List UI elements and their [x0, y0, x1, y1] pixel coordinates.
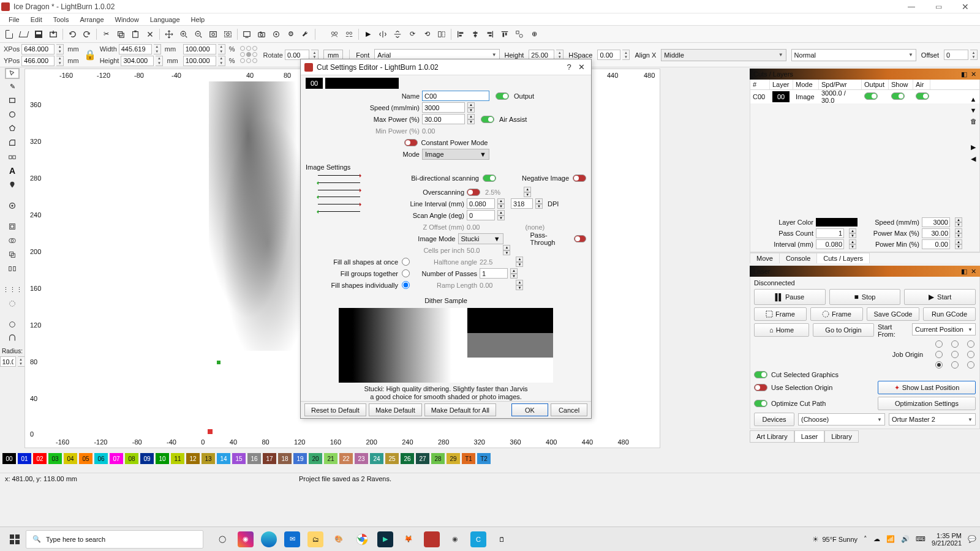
- constant-power-toggle[interactable]: [404, 139, 418, 146]
- lightburn-app-icon[interactable]: [424, 531, 440, 547]
- edit-nodes-icon[interactable]: [6, 200, 19, 212]
- menu-tools[interactable]: Tools: [48, 15, 74, 24]
- palette-02[interactable]: 02: [33, 453, 47, 464]
- neg-image-toggle[interactable]: [573, 174, 586, 182]
- offset-shapes-icon[interactable]: [6, 220, 19, 233]
- palette-07[interactable]: 07: [110, 453, 123, 464]
- frame-circ-button[interactable]: Frame: [810, 307, 863, 321]
- palette-09[interactable]: 09: [140, 453, 154, 464]
- mode-select[interactable]: Image▼: [422, 149, 489, 160]
- palette-00[interactable]: 00: [2, 453, 16, 464]
- paint-icon[interactable]: 🎨: [331, 531, 347, 547]
- weld-icon[interactable]: [6, 234, 19, 247]
- grid-array-icon[interactable]: ⋮⋮⋮: [6, 283, 19, 296]
- show-toggle[interactable]: [891, 92, 905, 100]
- draw-tool-icon[interactable]: ✎: [6, 80, 19, 92]
- num-passes-input[interactable]: [480, 268, 508, 279]
- import-icon[interactable]: [47, 28, 60, 41]
- palette-04[interactable]: 04: [64, 453, 77, 464]
- pass-through-toggle[interactable]: [574, 235, 586, 242]
- paste-icon[interactable]: [129, 28, 142, 41]
- maxpower-input[interactable]: [422, 114, 465, 124]
- passcount-input[interactable]: [816, 228, 844, 238]
- home-button[interactable]: ⌂Home: [754, 323, 809, 337]
- tray-chevron-icon[interactable]: ˄: [864, 535, 867, 543]
- interval-input[interactable]: [816, 239, 844, 249]
- scan-angle-input[interactable]: [467, 210, 495, 220]
- zoom-out-icon[interactable]: [192, 28, 205, 41]
- move-down-icon[interactable]: ▼: [970, 107, 977, 114]
- dialog-help-icon[interactable]: ?: [563, 62, 575, 72]
- pcth-input[interactable]: [183, 56, 216, 66]
- palette-08[interactable]: 08: [125, 453, 138, 464]
- ypos-spin[interactable]: ▲▼: [56, 56, 64, 66]
- tab-library[interactable]: Library: [824, 430, 859, 443]
- fill-groups-radio[interactable]: [402, 269, 410, 277]
- copy-icon[interactable]: [114, 28, 127, 41]
- open-icon[interactable]: [17, 28, 31, 41]
- dialog-close-icon[interactable]: ✕: [575, 62, 587, 72]
- alignx-select[interactable]: Middle▼: [661, 49, 786, 61]
- taskbar-search[interactable]: 🔍Type here to search: [26, 530, 203, 549]
- palette-13[interactable]: 13: [202, 453, 215, 464]
- align-left-icon[interactable]: [454, 28, 467, 41]
- layer-row-c00[interactable]: C00 00 Image 3000.0 / 30.0: [750, 90, 979, 103]
- tab-move[interactable]: Move: [750, 253, 780, 263]
- flip-v-icon[interactable]: [391, 28, 404, 41]
- delete-layer-icon[interactable]: 🗑: [970, 118, 977, 125]
- tabs-tool-icon[interactable]: [6, 151, 19, 163]
- undo-icon[interactable]: [66, 28, 79, 41]
- start-button[interactable]: [4, 530, 26, 549]
- fill-all-radio[interactable]: [402, 258, 410, 266]
- palette-21[interactable]: 21: [324, 453, 337, 464]
- hspace-input[interactable]: [597, 50, 620, 60]
- air-assist-toggle[interactable]: [481, 116, 494, 123]
- palette-03[interactable]: 03: [48, 453, 62, 464]
- mail-icon[interactable]: ✉: [284, 531, 300, 547]
- panel-close-icon[interactable]: ✕: [971, 70, 976, 78]
- name-input[interactable]: [422, 91, 489, 101]
- dpi-input[interactable]: [511, 198, 533, 209]
- palette-24[interactable]: 24: [370, 453, 383, 464]
- close-button[interactable]: ✕: [952, 1, 979, 13]
- line-interval-input[interactable]: [467, 198, 495, 209]
- palette-26[interactable]: 26: [401, 453, 414, 464]
- targets-icon[interactable]: ⊕: [527, 28, 541, 41]
- cut-icon[interactable]: ✂: [99, 28, 113, 41]
- pmax-input[interactable]: [922, 228, 950, 238]
- bridge-icon[interactable]: [6, 332, 19, 345]
- edge-icon[interactable]: [261, 531, 277, 547]
- step-right-icon[interactable]: ▶: [971, 143, 976, 151]
- zoom-selection-icon[interactable]: [221, 28, 235, 41]
- palette-22[interactable]: 22: [339, 453, 353, 464]
- volume-icon[interactable]: 🔊: [901, 535, 910, 543]
- camera-icon[interactable]: [255, 28, 268, 41]
- instagram-icon[interactable]: ◉: [238, 531, 254, 547]
- zoom-frame-icon[interactable]: [206, 28, 220, 41]
- tab-cuts-layers[interactable]: Cuts / Layers: [816, 253, 870, 263]
- speed-input-dialog[interactable]: [422, 102, 465, 113]
- settings-a-icon[interactable]: [270, 28, 283, 41]
- radius-input[interactable]: [0, 356, 16, 367]
- palette-10[interactable]: 10: [156, 453, 169, 464]
- image-mode-select[interactable]: Stucki▼: [458, 233, 503, 244]
- pctw-input[interactable]: [183, 44, 216, 54]
- marker-tool-icon[interactable]: [6, 179, 19, 191]
- run-gcode-button[interactable]: Run GCode: [923, 307, 976, 321]
- air-toggle[interactable]: [916, 92, 929, 100]
- flip-h-icon[interactable]: [376, 28, 390, 41]
- reset-default-button[interactable]: Reset to Default: [304, 403, 366, 416]
- palette-18[interactable]: 18: [278, 453, 292, 464]
- xpos-spin[interactable]: ▲▼: [56, 44, 64, 54]
- ok-button[interactable]: OK: [511, 403, 548, 416]
- step-left-icon[interactable]: ◀: [971, 155, 976, 163]
- palette-23[interactable]: 23: [355, 453, 368, 464]
- preview-icon[interactable]: [240, 28, 254, 41]
- menu-arrange[interactable]: Arrange: [75, 15, 108, 24]
- pan-icon[interactable]: [162, 28, 176, 41]
- make-default-button[interactable]: Make Default: [369, 403, 422, 416]
- ypos-input[interactable]: [21, 56, 55, 66]
- palette-01[interactable]: 01: [18, 453, 31, 464]
- cancel-button[interactable]: Cancel: [551, 403, 587, 416]
- laser-close-icon[interactable]: ✕: [971, 268, 976, 276]
